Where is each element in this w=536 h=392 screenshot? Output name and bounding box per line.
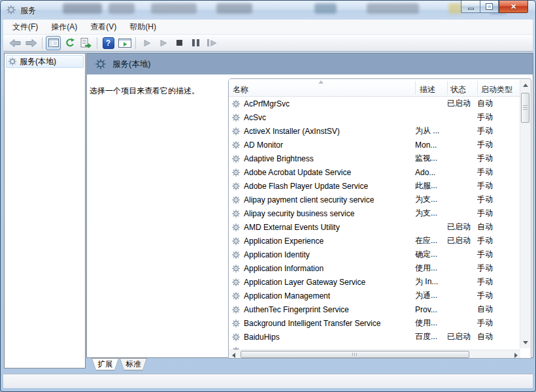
service-name-label: Adaptive Brightness xyxy=(244,154,314,163)
column-divider[interactable] xyxy=(447,81,448,95)
minimize-button[interactable] xyxy=(461,1,480,13)
horizontal-scrollbar-thumb[interactable] xyxy=(241,351,469,358)
table-body: AcPrfMgrSvc 已启动 自动 AcSvc 手动 xyxy=(229,97,520,350)
restart-service-icon xyxy=(207,39,217,47)
vertical-scrollbar-thumb[interactable] xyxy=(521,93,529,123)
services-table: 名称 描述 状态 启动类型 AcPrfMgrSvc xyxy=(228,78,531,359)
table-row[interactable]: Application Layer Gateway Service 为 In..… xyxy=(229,275,520,289)
service-startup-type: 自动 xyxy=(477,331,520,342)
table-row[interactable]: Alipay security business service 为支... 手… xyxy=(229,206,520,220)
table-row[interactable]: Application Identity 确定... 手动 xyxy=(229,248,520,261)
scroll-right-icon[interactable] xyxy=(514,353,518,358)
minimize-icon xyxy=(468,8,474,10)
service-name-label: AcSvc xyxy=(244,113,266,122)
service-startup-type: 手动 xyxy=(477,318,520,329)
service-name-label: Application Experience xyxy=(244,237,324,246)
service-startup-type: 自动 xyxy=(477,304,520,315)
tree-item-label: 服务(本地) xyxy=(20,56,56,67)
service-gear-icon xyxy=(231,209,241,218)
pause-service-button[interactable] xyxy=(188,36,203,50)
service-description: 为通... xyxy=(415,290,447,301)
table-row[interactable]: AD Monitor Mon... 手动 xyxy=(229,138,520,152)
table-row[interactable]: Adobe Acrobat Update Service Ado... 手动 xyxy=(229,165,520,179)
service-name-label: Application Management xyxy=(244,291,330,301)
close-button[interactable]: ✕ xyxy=(499,1,528,13)
table-row[interactable]: Application Management 为通... 手动 xyxy=(229,289,520,302)
help-icon: ? xyxy=(103,37,114,49)
vertical-scrollbar[interactable] xyxy=(520,80,530,348)
start-service-icon xyxy=(143,39,151,47)
show-action-pane-button[interactable] xyxy=(117,36,132,50)
service-startup-type: 手动 xyxy=(477,235,520,246)
menu-help[interactable]: 帮助(H) xyxy=(123,20,163,35)
service-description: 此服... xyxy=(415,180,447,191)
scroll-left-icon[interactable] xyxy=(232,353,235,358)
show-console-tree-icon xyxy=(48,39,59,47)
refresh-icon xyxy=(65,38,75,48)
service-name-label: AcPrfMgrSvc xyxy=(244,99,290,108)
forward-button[interactable] xyxy=(24,36,39,50)
column-divider[interactable] xyxy=(415,81,416,95)
back-button[interactable] xyxy=(7,36,22,50)
service-name-label: Alipay payment client security service xyxy=(244,195,374,204)
service-description: 百度... xyxy=(415,331,447,342)
table-row[interactable]: BaiduHips 百度... 已启动 自动 xyxy=(229,330,520,344)
table-row[interactable]: AcPrfMgrSvc 已启动 自动 xyxy=(229,97,520,110)
service-gear-icon xyxy=(231,291,241,301)
table-row[interactable]: AuthenTec Fingerprint Service Prov... 自动 xyxy=(229,302,520,316)
service-name-label: Application Information xyxy=(244,264,324,273)
service-description: 为 In... xyxy=(415,276,447,287)
table-row[interactable]: AcSvc 手动 xyxy=(229,110,520,124)
scroll-up-icon[interactable] xyxy=(523,84,528,87)
column-divider[interactable] xyxy=(477,81,478,95)
show-console-tree-button[interactable] xyxy=(46,36,61,50)
resume-service-button[interactable] xyxy=(156,36,171,50)
start-service-button[interactable] xyxy=(139,36,154,50)
toolbar-separator xyxy=(135,37,136,49)
titlebar[interactable]: 服务 ✕ xyxy=(1,1,535,20)
table-row[interactable] xyxy=(229,344,520,350)
service-description: Mon... xyxy=(415,140,447,150)
tree-item-services-local[interactable]: 服务(本地) xyxy=(6,55,84,68)
menu-file[interactable]: 文件(F) xyxy=(6,20,44,35)
table-row[interactable]: AMD External Events Utility 已启动 自动 xyxy=(229,220,520,234)
table-row[interactable]: Adaptive Brightness 监视... 手动 xyxy=(229,152,520,165)
service-description: 确定... xyxy=(415,249,447,260)
export-list-icon xyxy=(80,38,92,48)
service-gear-icon xyxy=(231,278,241,287)
tab-standard[interactable]: 标准 xyxy=(120,358,147,370)
table-row[interactable]: Background Intelligent Transfer Service … xyxy=(229,316,520,330)
table-row[interactable]: Adobe Flash Player Update Service 此服... … xyxy=(229,179,520,193)
table-row[interactable]: Application Information 使用... 手动 xyxy=(229,261,520,275)
help-button[interactable]: ? xyxy=(101,36,116,50)
restart-service-button[interactable] xyxy=(205,36,220,50)
pause-service-icon xyxy=(192,39,199,46)
table-row[interactable]: Application Experience 在应... 已启动 手动 xyxy=(229,234,520,248)
horizontal-scrollbar[interactable] xyxy=(229,350,520,359)
service-gear-icon xyxy=(231,305,241,314)
export-list-button[interactable] xyxy=(78,36,93,50)
maximize-button[interactable] xyxy=(480,1,499,13)
column-header-startup-type[interactable]: 启动类型 xyxy=(481,84,512,95)
tab-extended[interactable]: 扩展 xyxy=(92,358,119,370)
service-startup-type: 手动 xyxy=(477,167,520,178)
service-gear-icon xyxy=(231,113,241,122)
menu-action[interactable]: 操作(A) xyxy=(44,20,84,35)
table-row[interactable]: ActiveX Installer (AxInstSV) 为从 ... 手动 xyxy=(229,124,520,138)
scroll-down-icon[interactable] xyxy=(523,341,528,344)
column-header-status[interactable]: 状态 xyxy=(450,84,466,95)
menu-view[interactable]: 查看(V) xyxy=(84,20,123,35)
services-gear-icon xyxy=(8,57,17,66)
toolbar: ? xyxy=(3,35,533,52)
service-startup-type: 手动 xyxy=(477,263,520,274)
service-startup-type: 手动 xyxy=(477,290,520,301)
table-row[interactable]: Alipay payment client security service 为… xyxy=(229,193,520,206)
services-pane: 服务(本地) 选择一个项目来查看它的描述。 名称 描述 状态 启动类型 xyxy=(86,53,533,358)
stop-service-button[interactable] xyxy=(172,36,187,50)
column-header-description[interactable]: 描述 xyxy=(420,84,435,95)
service-description: Prov... xyxy=(415,305,447,314)
column-header-name[interactable]: 名称 xyxy=(233,84,248,95)
toolbar-separator xyxy=(42,37,42,49)
refresh-button[interactable] xyxy=(62,36,77,50)
console-tree-panel: 服务(本地) xyxy=(4,53,86,368)
